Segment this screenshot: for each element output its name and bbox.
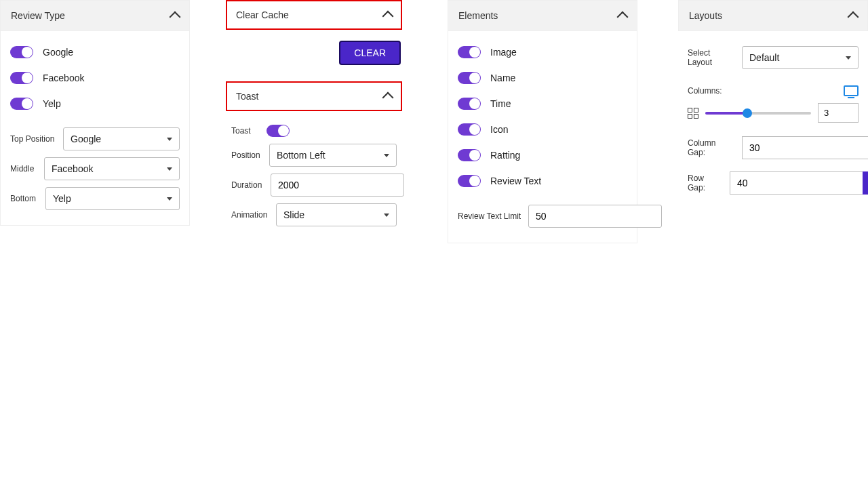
top-position-value: Google: [71, 134, 101, 144]
time-label: Time: [490, 98, 511, 109]
toggle-row-icon: Icon: [458, 117, 627, 142]
image-label: Image: [490, 47, 517, 58]
review-text-toggle[interactable]: [458, 175, 481, 187]
toast-position-select[interactable]: Bottom Left: [269, 144, 397, 167]
slider-thumb[interactable]: [743, 108, 752, 118]
facebook-label: Facebook: [43, 73, 84, 83]
google-label: Google: [43, 47, 73, 58]
select-layout-select[interactable]: Default: [742, 46, 859, 69]
toast-duration-input[interactable]: [271, 174, 404, 197]
select-layout-label: Select Layout: [688, 48, 735, 67]
toast-animation-select[interactable]: Slide: [276, 203, 397, 226]
bottom-value: Yelp: [53, 193, 71, 204]
review-text-limit-input[interactable]: [528, 205, 662, 228]
chevron-up-icon: [848, 12, 859, 23]
column-gap-input[interactable]: [742, 136, 868, 159]
elements-header[interactable]: Elements: [448, 0, 637, 31]
bottom-select[interactable]: Yelp: [45, 187, 180, 210]
column-gap-label: Column Gap:: [688, 138, 735, 157]
toast-toggle-label: Toast: [231, 126, 260, 136]
chevron-up-icon: [617, 12, 629, 23]
columns-value-input[interactable]: [818, 103, 859, 123]
google-toggle[interactable]: [10, 46, 33, 58]
chevron-up-icon: [382, 92, 394, 104]
toggle-row-image: Image: [458, 39, 627, 65]
chevron-down-icon: [167, 197, 172, 201]
clear-cache-title: Clear Cache: [236, 9, 289, 20]
icon-toggle[interactable]: [458, 123, 481, 136]
select-layout-value: Default: [749, 52, 779, 63]
grid-icon: [688, 108, 698, 119]
toast-position-value: Bottom Left: [277, 150, 326, 161]
review-text-limit-label: Review Text Limit: [458, 211, 521, 221]
chevron-down-icon: [846, 56, 851, 60]
toggle-row-review-text: Review Text: [458, 168, 627, 194]
columns-slider[interactable]: [705, 112, 811, 115]
top-position-label: Top Position: [10, 134, 56, 144]
toggle-row-facebook: Facebook: [10, 65, 180, 91]
toast-header[interactable]: Toast: [226, 81, 402, 111]
name-toggle[interactable]: [458, 72, 481, 84]
chevron-up-icon: [170, 12, 181, 23]
monitor-icon[interactable]: [844, 85, 859, 96]
toggle-row-ratting: Ratting: [458, 142, 627, 168]
bottom-label: Bottom: [10, 194, 39, 203]
chevron-up-icon: [382, 11, 394, 22]
review-type-title: Review Type: [11, 10, 65, 21]
toast-toggle[interactable]: [267, 125, 290, 137]
toggle-row-name: Name: [458, 65, 627, 91]
time-toggle[interactable]: [458, 98, 481, 110]
yelp-toggle[interactable]: [10, 98, 33, 110]
toast-position-label: Position: [231, 150, 262, 160]
chevron-down-icon: [384, 214, 389, 217]
row-gap-label: Row Gap:: [688, 174, 723, 192]
toggle-row-time: Time: [458, 91, 627, 117]
columns-label: Columns:: [688, 86, 722, 96]
middle-select[interactable]: Facebook: [44, 157, 180, 180]
toast-animation-value: Slide: [283, 209, 304, 220]
review-type-header[interactable]: Review Type: [0, 0, 190, 31]
facebook-toggle[interactable]: [10, 72, 33, 84]
icon-label: Icon: [490, 124, 508, 135]
toast-animation-label: Animation: [231, 210, 269, 220]
elements-title: Elements: [458, 10, 498, 21]
toggle-row-yelp: Yelp: [10, 91, 180, 117]
middle-value: Facebook: [52, 163, 93, 174]
chevron-down-icon: [384, 154, 389, 157]
chevron-down-icon: [167, 167, 172, 171]
review-text-label: Review Text: [490, 176, 541, 186]
toast-duration-label: Duration: [231, 180, 264, 190]
layouts-title: Layouts: [689, 10, 722, 21]
row-gap-unit: PX: [863, 171, 868, 195]
image-toggle[interactable]: [458, 46, 481, 58]
row-gap-input[interactable]: [730, 171, 863, 195]
toggle-row-google: Google: [10, 39, 180, 65]
clear-button[interactable]: CLEAR: [339, 41, 401, 65]
ratting-toggle[interactable]: [458, 149, 481, 161]
ratting-label: Ratting: [490, 150, 520, 161]
name-label: Name: [490, 73, 515, 83]
layouts-header[interactable]: Layouts: [678, 0, 868, 31]
clear-cache-header[interactable]: Clear Cache: [226, 0, 402, 30]
toast-title: Toast: [236, 91, 258, 102]
chevron-down-icon: [167, 138, 172, 141]
yelp-label: Yelp: [43, 98, 61, 109]
top-position-select[interactable]: Google: [63, 127, 180, 150]
middle-label: Middle: [10, 164, 37, 174]
